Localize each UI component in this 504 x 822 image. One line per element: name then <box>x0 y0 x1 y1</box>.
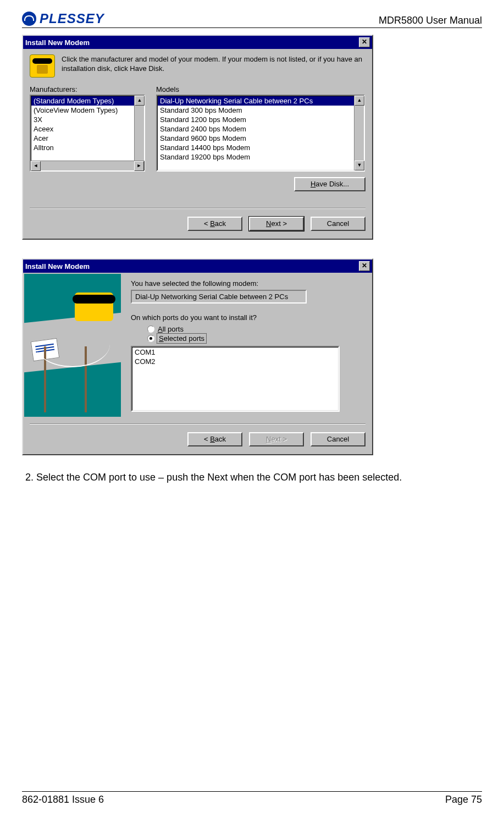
next-button[interactable]: Next > <box>249 432 304 446</box>
manufacturers-column: Manufacturers: (Standard Modem Types) (V… <box>30 85 145 172</box>
all-ports-radio[interactable]: All ports <box>147 325 371 333</box>
list-item[interactable]: 3X <box>31 115 134 124</box>
telephone-icon <box>30 54 55 78</box>
instruction-row: Click the manufacturer and model of your… <box>30 54 365 78</box>
separator <box>30 208 365 209</box>
list-item[interactable]: COM1 <box>132 347 338 357</box>
step-2-text: 2. Select the COM port to use – push the… <box>22 472 482 483</box>
logo-icon <box>22 12 36 26</box>
list-item[interactable]: Standard 1200 bps Modem <box>158 115 354 124</box>
install-modem-dialog-1: Install New Modem ✕ Click the manufactur… <box>22 35 373 240</box>
ports-question: On which ports do you want to install it… <box>131 313 371 322</box>
scroll-left-icon[interactable]: ◄ <box>31 161 41 171</box>
close-icon: ✕ <box>362 38 367 46</box>
dialog-body: Click the manufacturer and model of your… <box>23 49 372 239</box>
list-item[interactable]: COM2 <box>132 357 338 366</box>
radio-icon <box>147 326 154 333</box>
radio-icon <box>147 335 154 342</box>
right-pane: You have selected the following modem: D… <box>121 274 371 417</box>
cancel-button[interactable]: Cancel <box>311 217 365 231</box>
models-label: Models <box>156 85 365 93</box>
window-title: Install New Modem <box>25 38 90 47</box>
scroll-right-icon[interactable]: ► <box>134 161 144 171</box>
close-icon: ✕ <box>362 262 367 269</box>
wizard-art-icon <box>24 274 121 417</box>
cancel-button[interactable]: Cancel <box>311 432 365 446</box>
manual-title: MDR5800 User Manual <box>379 15 482 26</box>
list-item[interactable]: Acer <box>31 134 134 143</box>
next-button[interactable]: Next > <box>249 217 304 231</box>
back-button[interactable]: < Back <box>187 432 242 446</box>
list-item[interactable]: (Standard Modem Types) <box>31 96 134 106</box>
list-item[interactable]: Standard 14400 bps Modem <box>158 143 354 152</box>
install-modem-dialog-2: Install New Modem ✕ You have selected th… <box>22 258 373 455</box>
scrollbar-horizontal[interactable]: ◄ ► <box>31 161 144 170</box>
list-item[interactable]: Standard 2400 bps Modem <box>158 124 354 134</box>
page-number: Page 75 <box>445 794 482 806</box>
back-button[interactable]: < Back <box>187 217 242 231</box>
manual-page: PLESSEY MDR5800 User Manual Install New … <box>0 0 504 822</box>
scrollbar-vertical[interactable]: ▲ ▼ <box>134 96 144 170</box>
titlebar[interactable]: Install New Modem ✕ <box>23 260 372 273</box>
list-item[interactable]: Standard 19200 bps Modem <box>158 152 354 162</box>
selected-modem-label: You have selected the following modem: <box>131 279 371 288</box>
list-item[interactable]: Alltron <box>31 143 134 152</box>
wizard-buttons: < Back Next > Cancel <box>30 432 365 446</box>
models-listbox[interactable]: Dial-Up Networking Serial Cable between … <box>156 95 365 172</box>
list-item[interactable]: Dial-Up Networking Serial Cable between … <box>158 96 354 106</box>
manufacturers-label: Manufacturers: <box>30 85 145 93</box>
list-item[interactable]: Standard 300 bps Modem <box>158 106 354 115</box>
scroll-down-icon[interactable]: ▼ <box>355 161 364 170</box>
list-item[interactable]: Aceex <box>31 124 134 134</box>
close-button[interactable]: ✕ <box>359 37 370 47</box>
instruction-text: Click the manufacturer and model of your… <box>62 54 365 73</box>
page-header: PLESSEY MDR5800 User Manual <box>22 11 482 28</box>
doc-id: 862-01881 Issue 6 <box>22 794 104 806</box>
selected-ports-radio[interactable]: Selected ports <box>147 334 371 343</box>
list-item[interactable]: Standard 9600 bps Modem <box>158 134 354 143</box>
selection-columns: Manufacturers: (Standard Modem Types) (V… <box>30 85 365 172</box>
titlebar[interactable]: Install New Modem ✕ <box>23 36 372 49</box>
close-button[interactable]: ✕ <box>359 261 370 271</box>
logo-text: PLESSEY <box>40 11 104 26</box>
window-title: Install New Modem <box>25 262 90 271</box>
models-column: Models Dial-Up Networking Serial Cable b… <box>156 85 365 172</box>
scroll-up-icon[interactable]: ▲ <box>355 96 364 106</box>
separator <box>30 423 365 424</box>
logo: PLESSEY <box>22 11 104 26</box>
dialog-body: You have selected the following modem: D… <box>23 273 372 418</box>
selected-modem-value: Dial-Up Networking Serial Cable between … <box>131 290 307 304</box>
page-footer: 862-01881 Issue 6 Page 75 <box>22 791 482 806</box>
have-disk-button[interactable]: Have Disk... <box>294 177 365 191</box>
list-item[interactable]: (VoiceView Modem Types) <box>31 106 134 115</box>
wizard-buttons: < Back Next > Cancel <box>30 217 365 231</box>
ports-listbox[interactable]: COM1 COM2 <box>131 346 340 412</box>
manufacturers-listbox[interactable]: (Standard Modem Types) (VoiceView Modem … <box>30 95 145 172</box>
scrollbar-vertical[interactable]: ▲ ▼ <box>354 96 364 170</box>
scroll-up-icon[interactable]: ▲ <box>135 96 145 106</box>
